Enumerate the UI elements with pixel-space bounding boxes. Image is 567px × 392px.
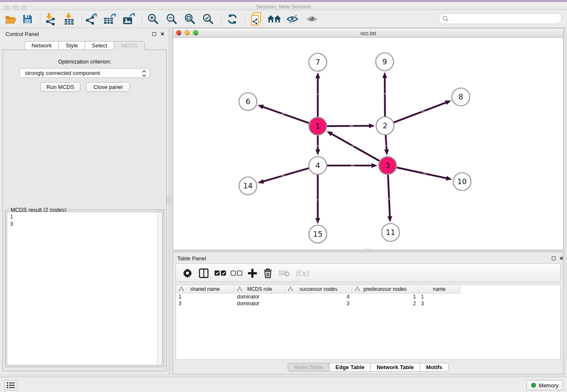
criterion-dropdown-value: strongly connected component — [25, 70, 100, 76]
column-header-predecessor-nodes[interactable]: predecessor nodes — [352, 285, 418, 293]
import-table-icon[interactable] — [62, 12, 76, 26]
zoom-fit-icon[interactable] — [183, 12, 197, 26]
cell-predecessor-nodes[interactable]: 1 — [352, 293, 418, 300]
zoom-out-icon[interactable] — [165, 12, 179, 26]
deselect-all-rows-icon[interactable] — [230, 267, 243, 279]
tab-network[interactable]: Network — [24, 41, 59, 50]
tab-style[interactable]: Style — [59, 41, 85, 50]
network-file-icon[interactable] — [249, 12, 263, 26]
refresh-layout-icon[interactable] — [225, 12, 239, 26]
cell-successor-nodes[interactable]: 3 — [285, 300, 352, 307]
column-header-label: MCDS role — [247, 286, 272, 292]
edge-label-mark — [421, 111, 425, 112]
graph-edge-2-3[interactable] — [385, 135, 386, 150]
cell-predecessor-nodes[interactable]: 2 — [352, 300, 418, 307]
edge-label-mark — [316, 199, 319, 201]
table-settings-icon[interactable] — [182, 267, 193, 279]
import-network-icon[interactable] — [42, 12, 57, 26]
close-panel-icon[interactable]: × — [160, 31, 165, 37]
tab-network-table[interactable]: Network Table — [371, 363, 420, 372]
function-builder-icon[interactable]: f(x) — [294, 267, 311, 279]
graph-edge-2-9[interactable] — [385, 77, 385, 116]
export-image-icon[interactable] — [122, 12, 136, 26]
edge-label-mark — [383, 93, 387, 94]
hide-selected-icon[interactable] — [286, 12, 300, 26]
table-row[interactable]: 1dominator411 — [176, 293, 560, 300]
create-column-icon[interactable] — [246, 267, 259, 279]
edge-label-mark — [423, 173, 427, 174]
table-body: 1dominator4113dominator323 — [176, 293, 560, 307]
delete-columns-icon[interactable] — [261, 267, 274, 279]
vertical-splitter-handle[interactable] — [168, 196, 171, 204]
control-panel-header: Control Panel × — [0, 28, 169, 41]
search-field[interactable] — [438, 13, 562, 24]
cell-mcds-role[interactable]: dominator — [234, 300, 285, 307]
graph-edge-4-14[interactable] — [263, 168, 309, 182]
edge-label-mark — [316, 94, 319, 95]
export-network-icon[interactable] — [85, 12, 99, 26]
edge-arrowhead — [315, 72, 320, 78]
graph-node-label: 15 — [313, 230, 322, 238]
tab-edge-table[interactable]: Edge Table — [330, 363, 371, 372]
tab-node-table[interactable]: Node Table — [288, 363, 330, 372]
run-mcds-button[interactable]: Run MCDS — [40, 82, 80, 92]
save-session-icon[interactable] — [20, 12, 35, 26]
zoom-in-icon[interactable] — [146, 12, 160, 26]
float-panel-icon[interactable] — [151, 31, 157, 37]
graph-node-label: 1 — [315, 122, 320, 130]
column-header-label: successor nodes — [299, 286, 337, 292]
edge-label-mark — [388, 199, 391, 200]
control-panel: Control Panel × NetworkStyleSelectMCDS O… — [0, 28, 169, 374]
tab-select[interactable]: Select — [85, 41, 114, 50]
column-header-name[interactable]: name — [418, 285, 460, 293]
table-row[interactable]: 3dominator323 — [176, 300, 560, 307]
open-session-icon[interactable] — [3, 12, 18, 26]
float-table-panel-icon[interactable] — [550, 255, 556, 261]
mcds-result-line: 1 — [10, 213, 162, 221]
cell-successor-nodes[interactable]: 4 — [285, 293, 352, 300]
show-column-panel-icon[interactable] — [197, 267, 210, 279]
task-history-button[interactable] — [4, 380, 17, 390]
graph-node-label: 3 — [385, 161, 390, 170]
column-header-successor-nodes[interactable]: successor nodes — [285, 285, 352, 293]
show-all-icon[interactable] — [305, 12, 319, 26]
cell-mcds-role[interactable]: dominator — [234, 293, 285, 300]
graph-edge-3-1[interactable] — [331, 134, 379, 161]
edge-label-mark — [281, 175, 285, 177]
select-all-rows-icon[interactable] — [214, 267, 227, 279]
memory-button[interactable]: Memory — [526, 380, 563, 390]
graph-edge-2-8[interactable] — [394, 102, 447, 122]
column-header-shared-name[interactable]: shared name — [176, 285, 234, 293]
graph-node-label: 8 — [458, 93, 463, 101]
column-header-label: predecessor nodes — [363, 286, 407, 292]
column-header-mcds-role[interactable]: MCDS role — [234, 285, 285, 293]
network-window-titlebar[interactable]: scc.txt — [173, 28, 563, 38]
main-area: Control Panel × NetworkStyleSelectMCDS O… — [0, 28, 567, 377]
graph-edge-3-11[interactable] — [388, 175, 390, 217]
home-views-icon[interactable] — [267, 12, 281, 26]
mcds-result-textarea[interactable]: 13 — [7, 212, 162, 365]
edge-label-mark — [316, 145, 319, 146]
cell-shared-name[interactable]: 3 — [176, 300, 234, 307]
zoom-selected-icon[interactable] — [201, 12, 215, 26]
tab-mcds[interactable]: MCDS — [114, 41, 144, 50]
cell-name[interactable]: 3 — [418, 300, 460, 307]
criterion-dropdown[interactable]: strongly connected component — [19, 68, 150, 78]
network-canvas[interactable]: 7968124314101511 — [173, 38, 563, 250]
cell-name[interactable]: 1 — [418, 293, 460, 300]
export-table-icon[interactable] — [103, 12, 117, 26]
search-input[interactable] — [451, 16, 561, 22]
graph-edge-1-6[interactable] — [262, 107, 309, 123]
window-titlebar[interactable]: Session: New Session — [0, 2, 567, 10]
mcds-result-group: MCDS result (2 nodes) 13 — [5, 210, 164, 367]
cell-shared-name[interactable]: 1 — [176, 293, 234, 300]
tab-motifs[interactable]: Motifs — [420, 363, 449, 372]
result-scrollbar[interactable] — [157, 212, 162, 365]
close-table-panel-icon[interactable]: × — [559, 255, 564, 261]
graph-edge-3-10[interactable] — [397, 168, 447, 179]
node-table[interactable]: shared nameMCDS rolesuccessor nodesprede… — [176, 284, 561, 360]
close-panel-button[interactable]: Close panel — [86, 82, 130, 92]
control-panel-tabs: NetworkStyleSelectMCDS — [0, 41, 169, 50]
graph-edge-1-2[interactable] — [327, 126, 370, 126]
delete-table-icon[interactable] — [278, 267, 291, 279]
